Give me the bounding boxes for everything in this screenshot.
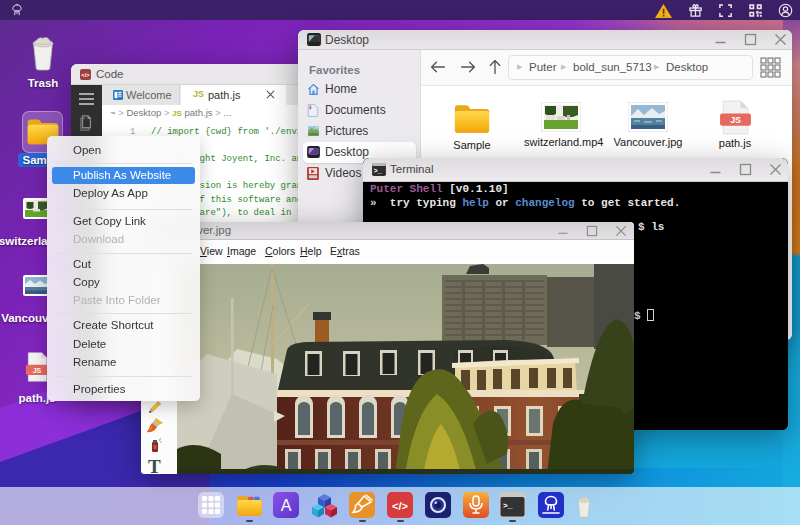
svg-text:A: A	[281, 497, 292, 514]
svg-text:JS: JS	[730, 115, 741, 125]
svg-text:>_: >_	[503, 501, 513, 510]
svg-text:</>: </>	[81, 72, 90, 78]
svg-text:</>: </>	[392, 500, 408, 512]
svg-text:JS: JS	[33, 367, 42, 375]
svg-text:>_: >_	[374, 168, 382, 175]
